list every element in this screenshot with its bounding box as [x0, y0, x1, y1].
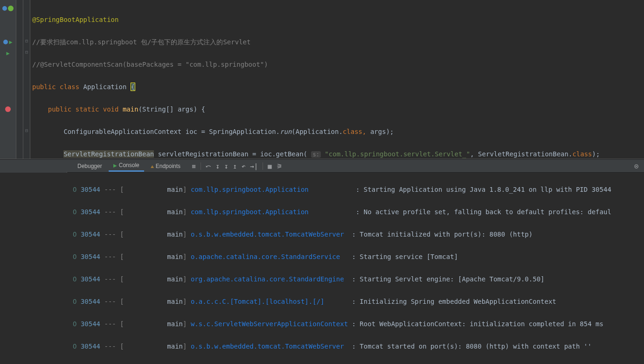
- code-line: @SpringBootApplication: [32, 14, 644, 25]
- console-output[interactable]: O 30544 --- [ main] com.llp.springboot.A…: [0, 173, 644, 364]
- spring-leaf-icon[interactable]: [8, 6, 14, 11]
- fold-strip: ⊟ ⊟ ⊟: [23, 0, 30, 159]
- log-line: O 30544 --- [ main] org.apache.catalina.…: [73, 273, 644, 285]
- fold-marker[interactable]: ⊟: [23, 35, 30, 47]
- log-line: O 30544 --- [ main] o.a.c.c.C.[Tomcat].[…: [73, 296, 644, 307]
- gutter-blue-icon[interactable]: [3, 40, 8, 44]
- log-line: O 30544 --- [ main] o.s.b.w.embedded.tom…: [73, 229, 644, 240]
- gutter-strip: [16, 0, 23, 159]
- code-line: public class Application {: [32, 81, 644, 92]
- log-line: O 30544 --- [ main] com.llp.springboot.A…: [73, 184, 644, 195]
- code-line: ServletRegistrationBean servletRegistrat…: [32, 148, 644, 160]
- editor-gutter-icons: ▶ ▶: [0, 0, 16, 159]
- code-line: public static void main(String[] args) {: [32, 104, 644, 115]
- code-editor[interactable]: @SpringBootApplication //要求扫描com.llp.spr…: [30, 0, 644, 159]
- fold-marker[interactable]: ⊟: [23, 47, 30, 58]
- log-line: O 30544 --- [ main] o.s.b.w.embedded.tom…: [73, 341, 644, 352]
- code-line: ConfigurableApplicationContext ioc = Spr…: [32, 126, 644, 137]
- code-line: //@ServletComponentScan(basePackages = "…: [32, 59, 644, 70]
- log-line: O 30544 --- [ main] o.apache.catalina.co…: [73, 251, 644, 262]
- panel-divider[interactable]: ◎: [0, 159, 644, 160]
- log-line: O 30544 --- [ main] com.llp.springboot.A…: [73, 206, 644, 217]
- crosshair-icon[interactable]: ◎: [635, 162, 638, 169]
- run-class-icon[interactable]: ▶: [9, 39, 12, 45]
- run-method-icon[interactable]: ▶: [6, 50, 9, 56]
- breakpoint-icon[interactable]: [5, 106, 11, 112]
- fold-marker[interactable]: ⊟: [23, 125, 30, 136]
- code-line: //要求扫描com.llp.springboot 包/子包下的原生方式注入的Se…: [32, 36, 644, 48]
- log-line: O 30544 --- [ main] w.s.c.ServletWebServ…: [73, 318, 644, 329]
- gutter-blue-icon[interactable]: [2, 6, 7, 11]
